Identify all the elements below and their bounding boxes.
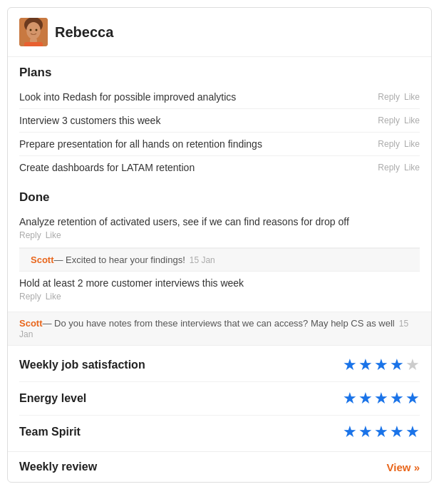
svg-point-4 [36,29,38,31]
plan-item-4: Create dashboards for LATAM retention Re… [19,156,420,179]
comment-dash-2: — [43,318,52,329]
star-3-4: ★ [390,423,404,441]
star-2-2: ★ [358,389,373,408]
rating-row-2: Energy level ★ ★ ★ ★ ★ [19,382,420,416]
done-like-2[interactable]: Like [46,292,61,302]
star-3-3: ★ [374,423,388,441]
star-1-1: ★ [343,356,357,374]
header: Rebecca [8,8,431,57]
like-link-4[interactable]: Like [404,163,420,173]
plan-item-1: Look into Redash for possible improved a… [19,86,420,109]
done-item-2: Hold at least 2 more customer interviews… [19,272,420,309]
weekly-review-label: Weekly review [19,461,97,473]
comment-author-2: Scott [19,318,43,329]
stars-2: ★ ★ ★ ★ ★ [343,389,420,408]
star-1-2: ★ [358,356,373,374]
star-3-5: ★ [406,423,420,441]
star-3-2: ★ [358,423,373,441]
done-text-2: Hold at least 2 more customer interviews… [19,277,420,289]
star-3-1: ★ [343,423,357,441]
plan-text-4: Create dashboards for LATAM retention [19,162,372,173]
plan-actions-4: Reply Like [378,163,420,173]
star-2-4: ★ [390,389,404,408]
svg-point-3 [30,29,32,31]
rating-label-1: Weekly job satisfaction [19,359,145,371]
reply-link-2[interactable]: Reply [378,115,400,125]
star-1-5: ★ [406,356,420,374]
comment-text-2: Do you have notes from these interviews … [52,318,395,329]
reply-link-3[interactable]: Reply [378,139,400,149]
reply-link-1[interactable]: Reply [378,92,400,102]
done-reply-2[interactable]: Reply [19,292,41,302]
comment-2: Scott— Do you have notes from these inte… [8,312,431,346]
plan-actions-1: Reply Like [378,92,420,102]
star-1-3: ★ [374,356,388,374]
rating-row-1: Weekly job satisfaction ★ ★ ★ ★ ★ [19,349,420,382]
done-item-1: Analyze retention of activated users, se… [19,210,420,248]
plan-text-1: Look into Redash for possible improved a… [19,91,372,103]
plan-actions-2: Reply Like [378,115,420,125]
like-link-3[interactable]: Like [404,139,420,149]
plan-actions-3: Reply Like [378,139,420,149]
comment-text-1: Excited to hear your findings! [63,254,185,265]
comment-dash-1: — [54,254,63,265]
done-actions-2: Reply Like [19,292,420,302]
comment-author-1: Scott [31,254,54,265]
star-2-5: ★ [406,389,420,408]
user-name: Rebecca [55,24,113,41]
plan-item-2: Interview 3 customers this week Reply Li… [19,109,420,133]
svg-rect-6 [24,42,43,46]
plan-item-3: Prepare presentation for all hands on re… [19,133,420,156]
plans-title: Plans [19,66,420,80]
comment-date-1: 15 Jan [190,255,215,265]
main-card: Rebecca Plans Look into Redash for possi… [7,7,432,483]
like-link-1[interactable]: Like [404,92,420,102]
rating-label-3: Team Spirit [19,426,81,438]
star-2-1: ★ [343,389,357,408]
done-section: Done Analyze retention of activated user… [8,182,431,312]
star-1-4: ★ [390,356,404,374]
avatar [19,18,48,46]
weekly-review-row: Weekly review View » [8,451,431,482]
done-like-1[interactable]: Like [46,230,61,240]
rating-row-3: Team Spirit ★ ★ ★ ★ ★ [19,416,420,448]
ratings-section: Weekly job satisfaction ★ ★ ★ ★ ★ Energy… [8,346,431,451]
svg-point-2 [26,22,41,39]
done-actions-1: Reply Like [19,230,420,240]
done-text-1: Analyze retention of activated users, se… [19,216,420,227]
reply-link-4[interactable]: Reply [378,163,400,173]
done-reply-1[interactable]: Reply [19,230,41,240]
rating-label-2: Energy level [19,392,86,405]
plan-text-3: Prepare presentation for all hands on re… [19,138,372,150]
view-link[interactable]: View » [387,461,420,473]
stars-1: ★ ★ ★ ★ ★ [343,356,420,374]
plans-section: Plans Look into Redash for possible impr… [8,57,431,182]
stars-3: ★ ★ ★ ★ ★ [343,423,420,441]
done-title: Done [19,190,420,205]
plan-text-2: Interview 3 customers this week [19,115,372,126]
star-2-3: ★ [374,389,388,408]
comment-1: Scott— Excited to hear your findings!15 … [19,248,420,272]
like-link-2[interactable]: Like [404,115,420,125]
